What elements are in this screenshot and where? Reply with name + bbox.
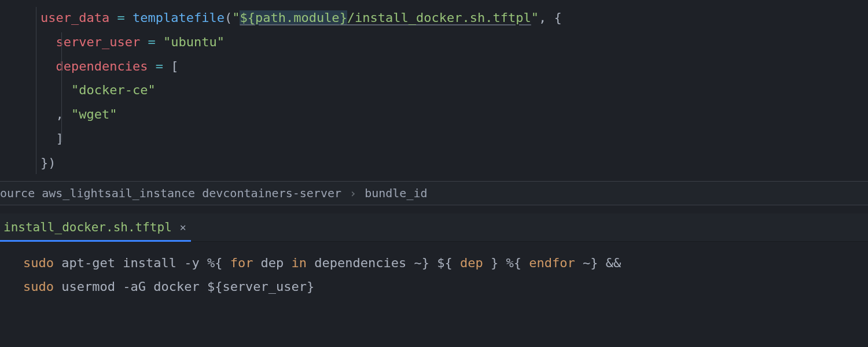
code-line[interactable]: dependencies = [ (23, 54, 868, 79)
token-punct: , { (539, 10, 562, 25)
tab-active-indicator (0, 240, 191, 242)
token-operator: = (148, 59, 171, 73)
tab-bar: install_docker.sh.tftpl ✕ (0, 213, 868, 242)
token-command: sudo (23, 256, 54, 270)
token-keyword: in (292, 256, 307, 270)
token-keyword: for (222, 256, 253, 270)
token-command: sudo (23, 279, 54, 294)
token-string: "wget" (71, 107, 117, 121)
code-line[interactable]: sudo apt-get install -y %{ for dep in de… (23, 251, 868, 275)
token-string: "ubuntu" (163, 35, 225, 49)
token-text: && (598, 256, 621, 270)
token-text: dep (253, 256, 291, 270)
token-directive: %{ (207, 256, 223, 270)
token-function: templatefile (133, 10, 225, 25)
indent-guide (36, 7, 36, 174)
token-string: /install_docker.sh.tftpl (347, 10, 531, 25)
token-keyword: endfor (521, 256, 583, 270)
upper-editor-pane: user_data = templatefile("${path.module}… (0, 0, 868, 181)
tab-label: install_docker.sh.tftpl (3, 220, 172, 234)
code-line[interactable]: ] (23, 127, 868, 151)
token-directive: ~} (414, 256, 430, 270)
token-string: " (531, 10, 539, 25)
close-icon[interactable]: ✕ (180, 221, 186, 233)
code-area[interactable]: user_data = templatefile("${path.module}… (0, 0, 868, 181)
lower-editor-pane[interactable]: sudo apt-get install -y %{ for dep in de… (0, 242, 868, 305)
breadcrumb[interactable]: ource aws_lightsail_instance devcontaine… (0, 181, 868, 205)
token-variable: dep (453, 256, 491, 270)
token-operator: = (140, 35, 163, 49)
token-attribute: dependencies (56, 59, 148, 73)
token-punct: ( (225, 10, 232, 25)
token-interp: ${ (429, 256, 453, 270)
code-line[interactable]: }) (23, 151, 868, 175)
code-line[interactable]: user_data = templatefile("${path.module}… (23, 6, 868, 30)
token-attribute: user_data (41, 10, 109, 25)
token-text: usermod -aG docker (54, 279, 207, 294)
token-string: "docker-ce" (71, 83, 156, 97)
token-attribute: server_user (56, 35, 141, 49)
token-text: dependencies (307, 256, 414, 270)
token-interp: } (491, 256, 498, 270)
breadcrumb-segment[interactable]: ource aws_lightsail_instance devcontaine… (0, 186, 341, 200)
token-interp: ${server_user} (207, 279, 314, 294)
chevron-right-icon: › (350, 186, 356, 200)
code-line[interactable]: "docker-ce" (23, 78, 868, 102)
token-text: apt-get install -y (54, 256, 207, 270)
token-interpolation-highlighted: ${path.module} (240, 10, 347, 25)
code-line[interactable]: sudo usermod -aG docker ${server_user} (23, 275, 868, 299)
token-operator: = (109, 10, 133, 25)
code-line[interactable]: , "wget" (23, 102, 868, 127)
token-string: " (232, 10, 240, 25)
breadcrumb-segment[interactable]: bundle_id (365, 186, 427, 200)
token-punct: ] (56, 131, 64, 146)
token-directive: %{ (498, 256, 521, 270)
token-punct: , (56, 107, 72, 121)
indent-guide (61, 32, 62, 142)
code-line[interactable]: server_user = "ubuntu" (23, 30, 868, 54)
token-directive: ~} (583, 256, 598, 270)
token-punct: [ (171, 59, 178, 73)
token-punct: }) (41, 156, 56, 170)
tab-install-docker[interactable]: install_docker.sh.tftpl ✕ (0, 213, 194, 241)
